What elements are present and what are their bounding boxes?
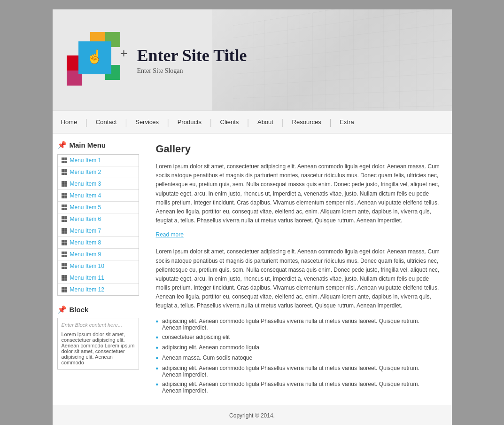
- block-text: Lorem ipsum dolor sit amet, consectetuer…: [62, 331, 135, 365]
- header: ☝ + Enter Site Title Enter Site Slogan: [53, 9, 452, 110]
- list-item: •adipiscing elit. Aenean commodo ligula …: [156, 316, 440, 332]
- main-area: 📌 Main Menu Menu Item 1Menu Item 2Menu I…: [53, 134, 452, 405]
- logo: ☝ +: [67, 30, 128, 91]
- list-item: •Aenean massa. Cum sociis natoque: [156, 353, 440, 363]
- list-item: •adipiscing elit. Aenean commodo ligula …: [156, 379, 440, 395]
- list-item: •adipiscing elit. Aenean commodo ligula: [156, 343, 440, 353]
- sidebar-menu-link[interactable]: Menu Item 2: [70, 169, 101, 175]
- grid-icon: [62, 181, 67, 187]
- list-item-text: Aenean massa. Cum sociis natoque: [162, 354, 252, 361]
- grid-icon: [62, 287, 67, 292]
- nav-link-products[interactable]: Products: [169, 111, 210, 133]
- nav-item-contact[interactable]: Contact|: [87, 111, 127, 133]
- list-item-text: adipiscing elit. Aenean commodo ligula P…: [162, 365, 440, 378]
- content-list: •adipiscing elit. Aenean commodo ligula …: [156, 316, 440, 395]
- grid-icon: [62, 275, 67, 281]
- content-para-1: Lorem ipsum dolor sit amet, consectetuer…: [156, 162, 440, 225]
- sidebar: 📌 Main Menu Menu Item 1Menu Item 2Menu I…: [53, 134, 144, 405]
- main-nav: Home|Contact|Services|Products|Clients|A…: [53, 110, 452, 134]
- sidebar-menu-item[interactable]: Menu Item 6: [58, 213, 139, 225]
- main-menu-heading: 📌 Main Menu: [57, 141, 139, 150]
- pin-icon: 📌: [57, 141, 67, 150]
- main-content: Gallery Lorem ipsum dolor sit amet, cons…: [144, 134, 452, 405]
- nav-item-home[interactable]: Home|: [53, 111, 87, 133]
- grid-icon: [62, 252, 67, 257]
- nav-item-about[interactable]: About|: [249, 111, 284, 133]
- page-title: Gallery: [156, 143, 440, 155]
- footer: Copyright © 2014.: [53, 405, 452, 425]
- bullet-icon: •: [156, 334, 159, 341]
- grid-icon: [62, 228, 67, 234]
- nav-item-resources[interactable]: Resources|: [284, 111, 332, 133]
- sidebar-menu-item[interactable]: Menu Item 11: [58, 272, 139, 284]
- sidebar-menu-link[interactable]: Menu Item 8: [70, 239, 101, 246]
- sidebar-menu-link[interactable]: Menu Item 10: [70, 263, 104, 269]
- sidebar-menu-link[interactable]: Menu Item 11: [70, 275, 104, 281]
- nav-item-services[interactable]: Services|: [127, 111, 169, 133]
- site-slogan: Enter Site Slogan: [137, 67, 247, 75]
- logo-hand-icon: ☝: [81, 43, 109, 71]
- sidebar-menu-link[interactable]: Menu Item 7: [70, 228, 101, 234]
- sidebar-menu-item[interactable]: Menu Item 5: [58, 202, 139, 213]
- block-heading: 📌 Block: [57, 305, 139, 314]
- nav-link-about[interactable]: About: [249, 111, 282, 133]
- footer-text: Copyright © 2014.: [229, 412, 275, 419]
- nav-link-extra[interactable]: Extra: [331, 111, 362, 133]
- list-item-text: consectetuer adipiscing elit: [162, 334, 230, 340]
- list-item-text: adipiscing elit. Aenean commodo ligula P…: [162, 318, 440, 331]
- site-title: Enter Site Title: [137, 46, 247, 65]
- sidebar-menu-item[interactable]: Menu Item 12: [58, 284, 139, 295]
- block-placeholder: Enter Block content here...: [62, 322, 135, 328]
- pin-icon-2: 📌: [57, 305, 67, 314]
- nav-item-extra[interactable]: Extra: [331, 111, 362, 133]
- grid-icon: [62, 240, 67, 245]
- nav-item-products[interactable]: Products|: [169, 111, 212, 133]
- sidebar-menu-item[interactable]: Menu Item 4: [58, 190, 139, 202]
- list-item-text: adipiscing elit. Aenean commodo ligula: [162, 344, 259, 351]
- list-item: •consectetuer adipiscing elit: [156, 332, 440, 343]
- outer-wrapper: ☝ + Enter Site Title Enter Site Slogan H…: [53, 9, 452, 425]
- grid-icon: [62, 157, 67, 163]
- sidebar-menu-item[interactable]: Menu Item 10: [58, 260, 139, 272]
- nav-link-resources[interactable]: Resources: [284, 111, 330, 133]
- sidebar-menu-item[interactable]: Menu Item 2: [58, 166, 139, 178]
- bullet-icon: •: [156, 344, 159, 352]
- sidebar-menu-link[interactable]: Menu Item 3: [70, 181, 101, 187]
- content-para-2: Lorem ipsum dolor sit amet, consectetuer…: [156, 247, 440, 310]
- sidebar-menu-link[interactable]: Menu Item 1: [70, 157, 101, 164]
- nav-item-clients[interactable]: Clients|: [212, 111, 249, 133]
- sidebar-menu-link[interactable]: Menu Item 4: [70, 192, 101, 199]
- sidebar-menu-item[interactable]: Menu Item 1: [58, 155, 139, 166]
- nav-link-services[interactable]: Services: [127, 111, 167, 133]
- grid-icon: [62, 169, 67, 175]
- nav-link-clients[interactable]: Clients: [212, 111, 248, 133]
- sidebar-menu-link[interactable]: Menu Item 5: [70, 204, 101, 211]
- sidebar-menu-link[interactable]: Menu Item 12: [70, 286, 104, 293]
- grid-icon: [62, 193, 67, 198]
- list-item: •adipiscing elit. Aenean commodo ligula …: [156, 363, 440, 379]
- grid-icon: [62, 263, 67, 269]
- sidebar-menu-item[interactable]: Menu Item 3: [58, 178, 139, 190]
- grid-icon: [62, 205, 67, 210]
- bullet-icon: •: [156, 381, 159, 388]
- list-item-text: adipiscing elit. Aenean commodo ligula P…: [162, 381, 440, 394]
- sidebar-menu-list: Menu Item 1Menu Item 2Menu Item 3Menu It…: [57, 154, 139, 296]
- bullet-icon: •: [156, 318, 159, 325]
- bullet-icon: •: [156, 365, 159, 372]
- sidebar-menu-item[interactable]: Menu Item 8: [58, 237, 139, 249]
- logo-plus-icon: +: [120, 46, 128, 61]
- nav-link-contact[interactable]: Contact: [87, 111, 125, 133]
- sidebar-menu-item[interactable]: Menu Item 9: [58, 249, 139, 260]
- read-more-link[interactable]: Read more: [156, 231, 184, 238]
- bullet-icon: •: [156, 354, 159, 362]
- grid-icon: [62, 216, 67, 222]
- block-content: Enter Block content here... Lorem ipsum …: [57, 318, 139, 370]
- sidebar-menu-item[interactable]: Menu Item 7: [58, 225, 139, 237]
- sidebar-menu-link[interactable]: Menu Item 6: [70, 216, 101, 222]
- nav-link-home[interactable]: Home: [53, 111, 86, 133]
- sidebar-menu-link[interactable]: Menu Item 9: [70, 251, 101, 258]
